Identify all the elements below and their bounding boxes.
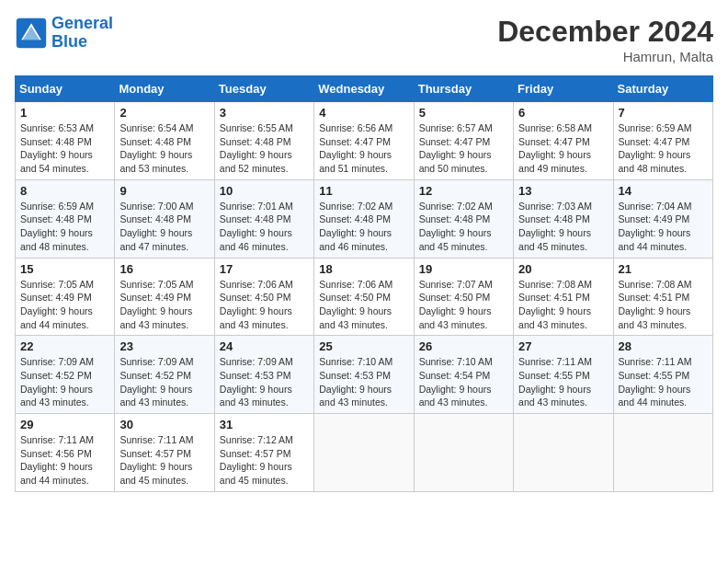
day-number: 22 [20,339,109,353]
day-info: Sunrise: 6:59 AM Sunset: 4:47 PM Dayligh… [619,121,708,176]
day-info: Sunrise: 7:05 AM Sunset: 4:49 PM Dayligh… [119,278,209,332]
day-info: Sunrise: 6:59 AM Sunset: 4:48 PM Dayligh… [20,200,109,254]
month-title: December 2024 [497,15,713,49]
title-block: December 2024 Hamrun, Malta [497,15,713,64]
day-info: Sunrise: 6:54 AM Sunset: 4:48 PM Dayligh… [119,121,209,176]
calendar-day-29: 29Sunrise: 7:11 AM Sunset: 4:56 PM Dayli… [16,414,115,492]
day-number: 26 [419,339,508,353]
calendar-day-18: 18Sunrise: 7:06 AM Sunset: 4:50 PM Dayli… [314,258,414,336]
calendar-day-21: 21Sunrise: 7:08 AM Sunset: 4:51 PM Dayli… [613,258,712,336]
calendar-day-6: 6Sunrise: 6:58 AM Sunset: 4:47 PM Daylig… [514,102,613,180]
day-number: 23 [119,339,209,353]
day-info: Sunrise: 7:11 AM Sunset: 4:55 PM Dayligh… [518,355,608,409]
day-info: Sunrise: 7:11 AM Sunset: 4:56 PM Dayligh… [20,433,109,488]
calendar-day-19: 19Sunrise: 7:07 AM Sunset: 4:50 PM Dayli… [414,258,513,336]
day-info: Sunrise: 6:56 AM Sunset: 4:47 PM Dayligh… [319,121,408,176]
day-number: 16 [119,262,209,276]
day-number: 3 [220,106,309,120]
location: Hamrun, Malta [497,49,713,64]
day-info: Sunrise: 6:55 AM Sunset: 4:48 PM Dayligh… [220,121,309,176]
logo-general: General [51,14,113,32]
day-number: 15 [20,262,109,276]
day-info: Sunrise: 6:57 AM Sunset: 4:47 PM Dayligh… [419,121,508,176]
day-number: 21 [619,262,708,276]
day-number: 27 [518,339,608,353]
day-info: Sunrise: 6:53 AM Sunset: 4:48 PM Dayligh… [20,121,109,176]
day-info: Sunrise: 7:04 AM Sunset: 4:49 PM Dayligh… [619,200,708,254]
calendar-day-16: 16Sunrise: 7:05 AM Sunset: 4:49 PM Dayli… [115,258,214,336]
calendar-day-27: 27Sunrise: 7:11 AM Sunset: 4:55 PM Dayli… [514,336,613,414]
calendar-day-8: 8Sunrise: 6:59 AM Sunset: 4:48 PM Daylig… [16,179,115,258]
day-info: Sunrise: 7:02 AM Sunset: 4:48 PM Dayligh… [319,200,408,254]
day-number: 17 [220,262,309,276]
page-header: General Blue December 2024 Hamrun, Malta [15,15,713,64]
day-number: 14 [619,184,708,198]
logo: General Blue [15,15,113,52]
day-info: Sunrise: 7:01 AM Sunset: 4:48 PM Dayligh… [220,200,309,254]
day-info: Sunrise: 7:00 AM Sunset: 4:48 PM Dayligh… [119,200,209,254]
calendar-day-12: 12Sunrise: 7:02 AM Sunset: 4:48 PM Dayli… [414,179,513,258]
day-number: 6 [518,106,608,120]
day-number: 28 [619,339,708,353]
calendar-day-5: 5Sunrise: 6:57 AM Sunset: 4:47 PM Daylig… [414,102,513,180]
day-number: 4 [319,106,408,120]
calendar-week-2: 8Sunrise: 6:59 AM Sunset: 4:48 PM Daylig… [16,179,713,258]
calendar-day-20: 20Sunrise: 7:08 AM Sunset: 4:51 PM Dayli… [514,258,613,336]
day-info: Sunrise: 7:10 AM Sunset: 4:54 PM Dayligh… [419,355,508,409]
day-info: Sunrise: 7:08 AM Sunset: 4:51 PM Dayligh… [518,278,608,332]
day-number: 12 [419,184,508,198]
calendar-day-4: 4Sunrise: 6:56 AM Sunset: 4:47 PM Daylig… [314,102,414,180]
day-info: Sunrise: 6:58 AM Sunset: 4:47 PM Dayligh… [518,121,608,176]
calendar-day-3: 3Sunrise: 6:55 AM Sunset: 4:48 PM Daylig… [214,102,313,180]
empty-cell [613,414,712,492]
day-info: Sunrise: 7:10 AM Sunset: 4:53 PM Dayligh… [319,355,408,409]
weekday-header-row: SundayMondayTuesdayWednesdayThursdayFrid… [16,76,713,102]
day-info: Sunrise: 7:08 AM Sunset: 4:51 PM Dayligh… [619,278,708,332]
weekday-header-monday: Monday [115,76,214,102]
day-info: Sunrise: 7:11 AM Sunset: 4:55 PM Dayligh… [619,355,708,409]
day-number: 10 [220,184,309,198]
calendar-day-30: 30Sunrise: 7:11 AM Sunset: 4:57 PM Dayli… [115,414,214,492]
calendar-day-9: 9Sunrise: 7:00 AM Sunset: 4:48 PM Daylig… [115,179,214,258]
day-info: Sunrise: 7:06 AM Sunset: 4:50 PM Dayligh… [220,278,309,332]
day-number: 2 [119,106,209,120]
day-number: 24 [220,339,309,353]
calendar-day-13: 13Sunrise: 7:03 AM Sunset: 4:48 PM Dayli… [514,179,613,258]
empty-cell [414,414,513,492]
calendar-day-24: 24Sunrise: 7:09 AM Sunset: 4:53 PM Dayli… [214,336,313,414]
day-info: Sunrise: 7:09 AM Sunset: 4:53 PM Dayligh… [220,355,309,409]
day-number: 7 [619,106,708,120]
calendar-week-4: 22Sunrise: 7:09 AM Sunset: 4:52 PM Dayli… [16,336,713,414]
day-number: 29 [20,418,109,431]
weekday-header-wednesday: Wednesday [314,76,414,102]
day-info: Sunrise: 7:12 AM Sunset: 4:57 PM Dayligh… [220,433,309,488]
weekday-header-tuesday: Tuesday [214,76,313,102]
calendar-day-28: 28Sunrise: 7:11 AM Sunset: 4:55 PM Dayli… [613,336,712,414]
calendar-day-1: 1Sunrise: 6:53 AM Sunset: 4:48 PM Daylig… [16,102,115,180]
empty-cell [514,414,613,492]
calendar-day-31: 31Sunrise: 7:12 AM Sunset: 4:57 PM Dayli… [214,414,313,492]
calendar-day-2: 2Sunrise: 6:54 AM Sunset: 4:48 PM Daylig… [115,102,214,180]
day-number: 25 [319,339,408,353]
day-number: 30 [119,418,209,431]
day-info: Sunrise: 7:05 AM Sunset: 4:49 PM Dayligh… [20,278,109,332]
day-number: 5 [419,106,508,120]
weekday-header-friday: Friday [514,76,613,102]
day-info: Sunrise: 7:09 AM Sunset: 4:52 PM Dayligh… [119,355,209,409]
calendar-week-5: 29Sunrise: 7:11 AM Sunset: 4:56 PM Dayli… [16,414,713,492]
calendar-day-14: 14Sunrise: 7:04 AM Sunset: 4:49 PM Dayli… [613,179,712,258]
day-number: 8 [20,184,109,198]
calendar-week-3: 15Sunrise: 7:05 AM Sunset: 4:49 PM Dayli… [16,258,713,336]
calendar-day-22: 22Sunrise: 7:09 AM Sunset: 4:52 PM Dayli… [16,336,115,414]
calendar-day-17: 17Sunrise: 7:06 AM Sunset: 4:50 PM Dayli… [214,258,313,336]
calendar-day-25: 25Sunrise: 7:10 AM Sunset: 4:53 PM Dayli… [314,336,414,414]
day-info: Sunrise: 7:11 AM Sunset: 4:57 PM Dayligh… [119,433,209,488]
day-number: 20 [518,262,608,276]
logo-icon [15,17,48,50]
day-info: Sunrise: 7:07 AM Sunset: 4:50 PM Dayligh… [419,278,508,332]
day-number: 19 [419,262,508,276]
empty-cell [314,414,414,492]
calendar-week-1: 1Sunrise: 6:53 AM Sunset: 4:48 PM Daylig… [16,102,713,180]
day-info: Sunrise: 7:02 AM Sunset: 4:48 PM Dayligh… [419,200,508,254]
day-info: Sunrise: 7:09 AM Sunset: 4:52 PM Dayligh… [20,355,109,409]
